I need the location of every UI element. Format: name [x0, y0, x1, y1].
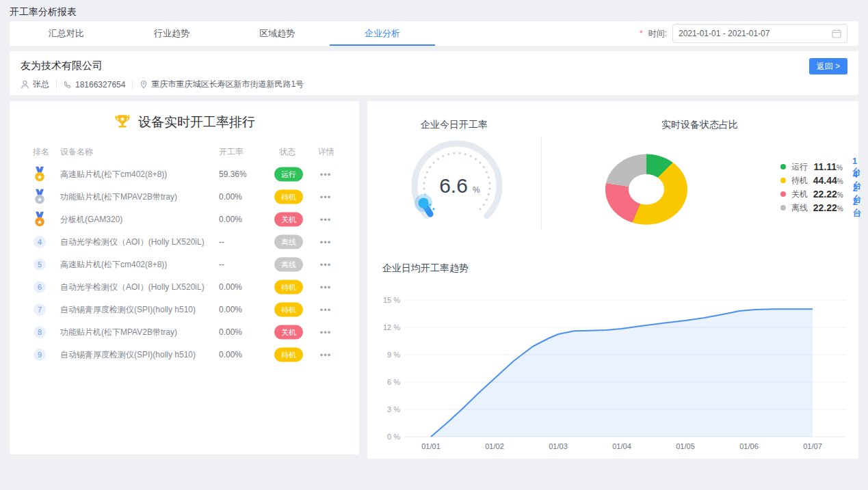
operation-rate: 0.00% [219, 305, 242, 314]
calendar-icon[interactable] [832, 29, 841, 38]
tab-2[interactable]: 区域趋势 [224, 21, 330, 46]
table-row: 7 自动锡膏厚度检测仪(SPI)(holly h510) 0.00% 待机 ••… [10, 298, 359, 321]
today-rate-gauge: 6.6% [406, 135, 508, 237]
operation-rate: 0.00% [219, 192, 242, 202]
company-contact-row: 张总 18166327654 重庆市重庆城区长寿区新市街道新民路1号 [21, 79, 304, 90]
tab-0[interactable]: 汇总对比 [14, 21, 119, 46]
legend-percent: 44.44% [813, 175, 843, 186]
status-badge: 关机 [274, 212, 303, 226]
tab-3[interactable]: 企业分析 [330, 21, 435, 46]
svg-text:01/06: 01/06 [739, 442, 759, 450]
svg-text:0 %: 0 % [387, 433, 400, 441]
company-name: 友为技术有限公司 [21, 59, 103, 72]
operation-rate: -- [219, 237, 224, 247]
legend-percent: 22.22% [813, 189, 843, 200]
tabs: 汇总对比行业趋势区域趋势企业分析 [10, 21, 435, 46]
trend-line-chart: 0 %3 %6 %9 %12 %15 %01/0101/0201/0301/04… [380, 287, 852, 457]
device-name: 功能贴片机(松下MPAV2B带tray) [60, 326, 177, 338]
tab-1[interactable]: 行业趋势 [119, 21, 224, 46]
operation-rate: -- [219, 260, 224, 269]
date-range-picker[interactable] [672, 24, 847, 43]
table-row: ★ 功能贴片机(松下MPAV2B带tray) 0.00% 待机 ••• [10, 185, 359, 208]
more-actions-icon[interactable]: ••• [313, 236, 338, 247]
ranking-title: 设备实时开工率排行 [138, 113, 255, 131]
more-actions-icon[interactable]: ••• [313, 304, 338, 314]
svg-text:★: ★ [37, 173, 42, 180]
svg-text:6 %: 6 % [387, 378, 400, 386]
more-actions-icon[interactable]: ••• [313, 169, 338, 179]
more-actions-icon[interactable]: ••• [313, 259, 338, 269]
back-button[interactable]: 返回 > [809, 58, 847, 74]
device-name: 功能贴片机(松下MPAV2B带tray) [60, 191, 177, 202]
svg-text:★: ★ [37, 218, 42, 225]
rank-badge: ★ [31, 166, 49, 182]
svg-text:01/03: 01/03 [549, 442, 568, 450]
device-name: 自动锡膏厚度检测仪(SPI)(holly h510) [60, 303, 196, 315]
rank-number: 8 [34, 326, 46, 338]
rank-badge: 6 [31, 281, 49, 293]
overview-panel: 企业今日开工率 实时设备状态占比 6.6% 运行11.11%1台待机44.44%… [367, 101, 858, 459]
table-row: ★ 分板机(GAM320) 0.00% 关机 ••• [10, 208, 359, 230]
operation-rate: 59.36% [219, 169, 247, 179]
contact-address: 重庆市重庆城区长寿区新市街道新民路1号 [140, 79, 304, 90]
status-legend: 运行11.11%1台待机44.44%4台关机22.22%2台离线22.22%2台 [780, 160, 865, 215]
trophy-icon [114, 113, 131, 131]
pie-title: 实时设备状态占比 [541, 119, 858, 131]
contact-phone: 18166327654 [64, 80, 125, 90]
operation-rate: 0.00% [219, 327, 242, 337]
svg-text:01/01: 01/01 [421, 442, 440, 450]
page-title: 开工率分析报表 [10, 6, 77, 18]
status-donut-chart [605, 149, 687, 223]
svg-text:01/04: 01/04 [612, 442, 631, 450]
svg-text:01/05: 01/05 [676, 442, 695, 450]
col-name: 设备名称 [60, 146, 93, 158]
legend-dot [780, 164, 786, 169]
device-name: 自动光学检测仪（AOI）(Holly LX520iL) [60, 281, 205, 292]
col-rank: 排名 [33, 146, 49, 158]
svg-text:★: ★ [37, 195, 42, 202]
medal-bronze-icon: ★ [34, 211, 46, 227]
rank-badge: 5 [31, 258, 49, 271]
legend-label: 关机 [791, 189, 809, 200]
rank-number: 4 [34, 236, 46, 248]
table-row: 9 自动锡膏厚度检测仪(SPI)(holly h510) 0.00% 待机 ••… [10, 343, 359, 366]
company-card: 友为技术有限公司 张总 18166327654 重庆市重庆城区长寿区新市街道新民… [10, 51, 858, 95]
operation-rate: 0.00% [219, 350, 242, 359]
more-actions-icon[interactable]: ••• [313, 349, 338, 359]
divider [132, 80, 133, 89]
location-icon [140, 80, 148, 89]
ranking-column-headers: 排名 设备名称 开工率 状态 详情 [10, 139, 359, 163]
table-row: 4 自动光学检测仪（AOI）(Holly LX520iL) -- 离线 ••• [10, 230, 359, 253]
legend-item-0[interactable]: 运行11.11%1台 [780, 160, 865, 174]
operation-rate: 0.00% [219, 215, 242, 224]
rank-number: 7 [34, 303, 46, 316]
more-actions-icon[interactable]: ••• [313, 327, 338, 337]
legend-percent: 22.22% [813, 202, 843, 213]
more-actions-icon[interactable]: ••• [313, 282, 338, 292]
rank-badge: 9 [31, 349, 49, 361]
legend-count[interactable]: 2台 [853, 197, 865, 219]
rank-number: 5 [34, 258, 46, 271]
legend-item-2[interactable]: 关机22.22%2台 [780, 187, 865, 201]
legend-dot [780, 191, 786, 197]
status-badge: 待机 [274, 280, 303, 294]
divider [541, 137, 542, 230]
rank-number: 9 [34, 349, 46, 361]
date-range-input[interactable] [679, 29, 832, 38]
table-row: 5 高速贴片机(松下cm402(8+8)) -- 离线 ••• [10, 253, 359, 275]
status-badge: 待机 [274, 347, 303, 362]
status-badge: 离线 [274, 234, 303, 249]
medal-silver-icon: ★ [34, 189, 46, 204]
status-badge: 离线 [274, 257, 303, 271]
device-name: 高速贴片机(松下cm402(8+8)) [60, 168, 167, 180]
svg-text:%: % [473, 185, 480, 195]
col-more: 详情 [318, 146, 334, 158]
more-actions-icon[interactable]: ••• [313, 191, 338, 202]
status-badge: 待机 [274, 189, 303, 204]
svg-text:12 %: 12 % [383, 323, 400, 331]
more-actions-icon[interactable]: ••• [313, 214, 338, 224]
rank-badge: ★ [31, 211, 49, 227]
rank-badge: 8 [31, 326, 49, 338]
rank-badge: ★ [31, 189, 49, 204]
legend-item-3[interactable]: 离线22.22%2台 [780, 201, 865, 215]
